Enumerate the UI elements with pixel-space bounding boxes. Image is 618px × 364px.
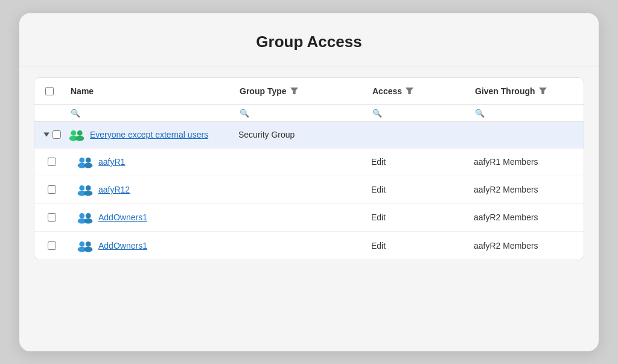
row-access-3: Edit [366, 235, 469, 257]
row-name-link-0[interactable]: aafyR1 [98, 157, 125, 167]
svg-point-10 [86, 158, 91, 163]
user-group-icon-0 [77, 155, 94, 168]
svg-point-23 [84, 246, 92, 252]
user-group-icon-2 [77, 211, 94, 224]
group-checkbox[interactable] [53, 130, 61, 139]
row-name-cell-3: AddOwners1 [65, 233, 234, 258]
svg-point-4 [71, 130, 76, 136]
svg-point-6 [77, 130, 83, 136]
row-given-through-1: aafyR2 Members [469, 179, 584, 200]
group-type-cell: Security Group [234, 124, 366, 145]
svg-marker-3 [43, 132, 49, 136]
svg-point-11 [84, 163, 92, 168]
search-group-type-icon: 🔍 [240, 109, 249, 118]
group-name-cell: Everyone except external users [65, 122, 234, 147]
search-access-cell: 🔍 [366, 105, 469, 121]
row-given-through-0: aafyR1 Members [469, 151, 584, 173]
row-given-through-3: aafyR2 Members [469, 235, 584, 257]
given-through-filter-icon[interactable] [539, 87, 547, 95]
svg-point-16 [79, 213, 84, 219]
table-row: AddOwners1 Edit aafyR2 Members [34, 232, 584, 260]
header-given-through[interactable]: Given Through [469, 78, 584, 104]
svg-point-12 [79, 185, 84, 191]
user-group-icon-3 [77, 239, 94, 252]
header-name: Name [65, 78, 234, 104]
group-row: Everyone except external users Security … [34, 122, 584, 148]
search-col-empty [34, 109, 65, 117]
group-access-table: Name Group Type Access Given Through [34, 77, 584, 260]
header-access[interactable]: Access [366, 78, 469, 104]
row-given-through-2: aafyR2 Members [469, 206, 584, 228]
table-row: AddOwners1 Edit aafyR2 Members [34, 204, 584, 232]
row-access-0: Edit [366, 151, 469, 173]
row-checkbox-col-3 [34, 241, 65, 250]
search-row: 🔍 🔍 🔍 🔍 [34, 105, 584, 122]
row-checkbox-col-2 [34, 213, 65, 222]
row-checkbox-0[interactable] [48, 158, 56, 166]
search-access-input[interactable] [384, 109, 463, 118]
svg-point-18 [86, 213, 91, 219]
row-name-link-3[interactable]: AddOwners1 [98, 241, 147, 251]
search-group-type-cell: 🔍 [234, 105, 366, 121]
row-access-2: Edit [366, 206, 469, 228]
page-title: Group Access [19, 13, 599, 66]
group-name-link[interactable]: Everyone except external users [90, 130, 208, 139]
row-name-cell-2: AddOwners1 [65, 205, 234, 230]
access-filter-icon[interactable] [406, 87, 413, 95]
row-checkbox-col-1 [34, 185, 65, 194]
group-chevron-col [34, 130, 65, 139]
svg-point-15 [84, 191, 92, 196]
row-name-cell-0: aafyR1 [65, 149, 234, 174]
row-checkbox-col-0 [34, 158, 65, 166]
svg-point-8 [79, 158, 84, 163]
table-row: aafyR12 Edit aafyR2 Members [34, 176, 584, 204]
search-name-cell: 🔍 [65, 105, 234, 121]
row-name-link-2[interactable]: AddOwners1 [98, 212, 147, 222]
svg-point-22 [86, 241, 91, 247]
table-row: aafyR1 Edit aafyR1 Members [34, 148, 584, 176]
svg-point-20 [79, 241, 84, 247]
row-checkbox-3[interactable] [48, 241, 56, 250]
search-name-icon: 🔍 [71, 109, 80, 118]
header-checkbox-col [34, 78, 65, 104]
expand-chevron-icon[interactable] [43, 131, 50, 138]
group-users-icon [68, 128, 85, 141]
row-checkbox-2[interactable] [48, 213, 56, 222]
user-group-icon-1 [77, 183, 94, 196]
svg-point-19 [84, 219, 92, 224]
svg-point-14 [86, 185, 91, 191]
group-access-card: Group Access Name Group Type Access [19, 13, 599, 351]
group-type-filter-icon[interactable] [290, 87, 298, 95]
header-group-type[interactable]: Group Type [234, 78, 366, 104]
select-all-checkbox[interactable] [45, 87, 54, 95]
svg-marker-0 [290, 88, 298, 94]
search-given-through-cell: 🔍 [469, 105, 584, 121]
search-given-through-input[interactable] [487, 109, 584, 118]
table-header: Name Group Type Access Given Through [34, 78, 584, 105]
search-name-input[interactable] [83, 109, 228, 118]
svg-marker-2 [539, 88, 547, 94]
row-checkbox-1[interactable] [48, 185, 56, 194]
search-given-through-icon: 🔍 [475, 109, 485, 118]
search-access-icon: 🔍 [372, 109, 382, 118]
row-name-link-1[interactable]: aafyR12 [98, 185, 130, 194]
svg-point-7 [75, 136, 84, 141]
row-name-cell-1: aafyR12 [65, 177, 234, 202]
svg-marker-1 [406, 88, 413, 94]
row-access-1: Edit [366, 179, 469, 200]
search-group-type-input[interactable] [252, 109, 360, 118]
